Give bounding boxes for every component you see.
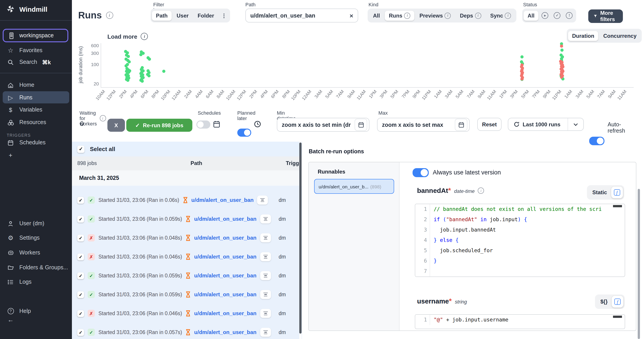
- cancel-selection-button[interactable]: X: [108, 119, 125, 132]
- run-dot-success[interactable]: [148, 57, 151, 61]
- run-row[interactable]: ✓ ✗ Started 31/03, 23:06 (Ran in 0.046s)…: [72, 304, 302, 323]
- args-popup-icon[interactable]: [260, 271, 271, 280]
- run-dot-success[interactable]: [128, 60, 130, 63]
- args-popup-icon[interactable]: [257, 196, 268, 205]
- more-filters-button[interactable]: More filters: [588, 10, 623, 23]
- filter-option-folder[interactable]: Folder: [194, 11, 218, 21]
- kind-option-previews[interactable]: Previewsi: [416, 11, 455, 21]
- run-path-link[interactable]: u/dm/alert_on_user_ban: [194, 254, 256, 260]
- row-checkbox[interactable]: ✓: [77, 272, 84, 279]
- run-row[interactable]: ✓ ✗ Started 31/03, 23:06 (Ran in 0.048s)…: [72, 228, 302, 247]
- args-popup-icon[interactable]: [260, 290, 271, 299]
- run-dot-failure[interactable]: [561, 70, 564, 73]
- sidebar-item-runs[interactable]: ▷ Runs: [0, 93, 72, 103]
- clear-path-icon[interactable]: ×: [350, 12, 353, 19]
- kind-option-runs[interactable]: Runsi: [385, 11, 414, 21]
- sidebar-item-favorites[interactable]: ☆ Favorites: [0, 46, 72, 55]
- list-scrollbar-thumb[interactable]: [299, 143, 302, 333]
- expr-mode-option-selected[interactable]: f: [611, 187, 623, 198]
- run-path-link[interactable]: u/dm/alert_on_user_ban: [194, 235, 256, 241]
- sidebar-collapse-button[interactable]: ←: [0, 315, 72, 324]
- run-dot-success[interactable]: [520, 55, 523, 58]
- select-all-label[interactable]: Select all: [90, 146, 115, 152]
- runnable-item-selected[interactable]: u/dm/alert_on_user_b... (898): [314, 179, 394, 194]
- reset-button[interactable]: Reset: [477, 118, 502, 131]
- min-datetime-input[interactable]: zoom x axis to set min (dr: [277, 118, 370, 132]
- run-dot-failure[interactable]: [520, 77, 523, 80]
- run-path-link[interactable]: u/dm/alert_on_user_ban: [191, 197, 254, 203]
- sidebar-item-search[interactable]: Search ⌘k: [0, 57, 72, 67]
- sidebar-item-folders[interactable]: Folders & Groups...: [0, 262, 72, 272]
- auto-refresh-toggle[interactable]: [589, 137, 604, 145]
- rerun-jobs-button[interactable]: ✓ Re-run 898 jobs: [126, 119, 192, 132]
- status-option-running[interactable]: ▸: [540, 10, 551, 21]
- sidebar-item-home[interactable]: Home: [0, 80, 72, 90]
- run-row[interactable]: ✓ ✗ Started 31/03, 23:06 (Ran in 0.046s)…: [72, 247, 302, 266]
- latest-version-toggle[interactable]: [412, 168, 429, 177]
- run-dot-failure[interactable]: [561, 65, 564, 68]
- scatter-plot[interactable]: 10AM12PM2PM4PM6PM8PM10PM12AM2AM4AM6AM8AM…: [101, 43, 634, 88]
- bannedat-code-editor[interactable]: 1// bannedAt does not exist on all versi…: [415, 204, 625, 277]
- args-popup-icon[interactable]: [260, 328, 271, 337]
- load-more-label[interactable]: Load more i: [108, 33, 148, 40]
- workspace-switcher[interactable]: workingspace: [3, 29, 68, 42]
- run-row[interactable]: ✓ ✓ Started 31/03, 23:06 (Ran in 0.059s)…: [72, 285, 302, 304]
- run-row[interactable]: ✓ ✓ Started 31/03, 23:06 (Ran in 0.059s)…: [72, 209, 302, 228]
- filter-option-user[interactable]: User: [172, 11, 192, 21]
- run-path-link[interactable]: u/dm/alert_on_user_ban: [194, 329, 256, 335]
- run-row[interactable]: ✓ ✓ Started 31/03, 23:06 (Ran in 0.059s)…: [72, 266, 302, 285]
- max-datetime-input[interactable]: zoom x axis to set max: [377, 118, 470, 132]
- args-popup-icon[interactable]: [260, 309, 271, 318]
- run-dot-success[interactable]: [560, 48, 563, 52]
- static-mode-option[interactable]: Static: [588, 189, 611, 196]
- last-runs-button[interactable]: Last 1000 runs: [508, 118, 584, 131]
- filter-option-path[interactable]: Path: [152, 11, 172, 21]
- tab-duration[interactable]: Duration: [568, 31, 598, 41]
- username-code-editor[interactable]: 1"@" + job.input.username: [415, 314, 625, 329]
- runs-info-icon[interactable]: i: [106, 12, 113, 19]
- status-option-failure[interactable]: !: [564, 10, 575, 21]
- run-path-link[interactable]: u/dm/alert_on_user_ban: [194, 216, 256, 222]
- info-icon[interactable]: i: [100, 115, 106, 121]
- run-dot-success[interactable]: [126, 79, 129, 82]
- tab-concurrency[interactable]: Concurrency: [599, 31, 641, 41]
- args-popup-icon[interactable]: [260, 233, 271, 242]
- status-option-all[interactable]: All: [524, 11, 538, 21]
- kind-option-deps[interactable]: Depsi: [456, 11, 485, 21]
- expr-literal-option[interactable]: ${}: [596, 298, 612, 305]
- run-dot-success[interactable]: [147, 74, 150, 77]
- row-checkbox[interactable]: ✓: [77, 291, 84, 298]
- row-checkbox[interactable]: ✓: [77, 310, 84, 317]
- run-dot-success[interactable]: [162, 70, 165, 73]
- sidebar-item-variables[interactable]: $ Variables: [0, 105, 72, 115]
- run-path-link[interactable]: u/dm/alert_on_user_ban: [194, 272, 256, 279]
- sidebar-item-resources[interactable]: Resources: [0, 117, 72, 127]
- sidebar-item-schedules[interactable]: Schedules: [0, 138, 72, 147]
- run-path-link[interactable]: u/dm/alert_on_user_ban: [194, 291, 256, 298]
- kind-option-all[interactable]: All: [369, 11, 384, 21]
- args-popup-icon[interactable]: [260, 252, 271, 261]
- run-dot-success[interactable]: [140, 79, 144, 83]
- sidebar-add-button[interactable]: +: [0, 150, 72, 160]
- row-checkbox[interactable]: ✓: [77, 329, 84, 336]
- brand[interactable]: Windmill: [0, 4, 72, 14]
- run-dot-failure[interactable]: [560, 44, 563, 48]
- status-option-success[interactable]: ✓: [552, 10, 563, 21]
- run-row[interactable]: ✓ ✓ Started 31/03, 23:06 (Ran in 0.06s) …: [72, 191, 302, 209]
- schedules-toggle[interactable]: [196, 121, 210, 129]
- run-dot-failure[interactable]: [560, 75, 563, 79]
- sidebar-item-logs[interactable]: Logs: [0, 277, 72, 287]
- page-scrollbar-thumb[interactable]: [638, 189, 640, 339]
- max-calendar-button[interactable]: [455, 119, 468, 131]
- run-dot-success[interactable]: [139, 53, 142, 56]
- last-runs-dropdown[interactable]: [568, 118, 583, 130]
- run-dot-success[interactable]: [126, 55, 130, 58]
- select-all-checkbox[interactable]: ✓: [77, 145, 84, 153]
- field-info-icon[interactable]: i: [478, 187, 484, 194]
- row-checkbox[interactable]: ✓: [77, 253, 84, 260]
- list-scrollbar[interactable]: [299, 142, 302, 339]
- row-checkbox[interactable]: ✓: [77, 216, 84, 222]
- planned-later-toggle[interactable]: [237, 129, 251, 137]
- kind-option-sync[interactable]: Synci: [486, 11, 515, 21]
- run-row[interactable]: ✓ ✓ Started 31/03, 23:06 (Ran in 0.057s)…: [72, 323, 302, 339]
